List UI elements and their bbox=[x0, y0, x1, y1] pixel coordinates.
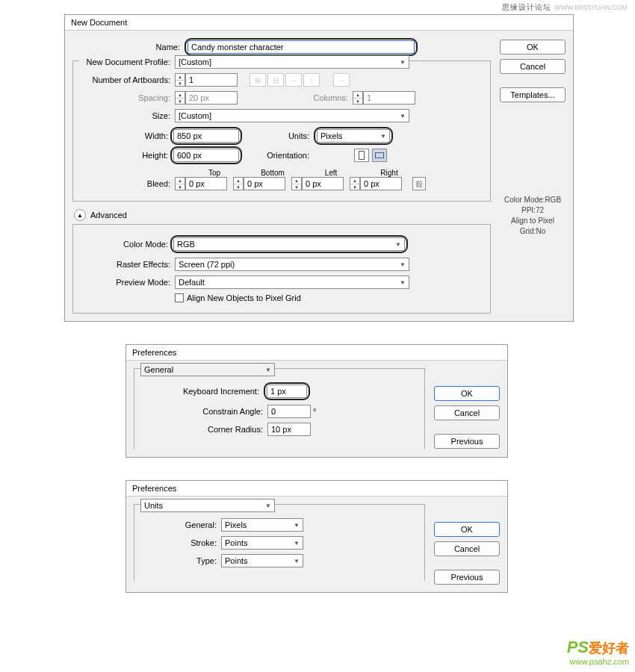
cancel-button[interactable]: Cancel bbox=[434, 405, 500, 420]
raster-select[interactable]: Screen (72 ppi)▼ bbox=[175, 258, 409, 271]
height-highlight bbox=[170, 146, 242, 164]
info-text: Color Mode:RGB PPI:72 Align to Pixel Gri… bbox=[500, 195, 566, 237]
portrait-icon[interactable] bbox=[354, 149, 369, 162]
main-fieldset: New Document Profile: [Custom]▼ Number o… bbox=[72, 60, 491, 202]
preferences-general-dialog: Preferences General▼ Keyboard Increment:… bbox=[126, 344, 508, 458]
height-input[interactable] bbox=[173, 149, 239, 162]
ok-button[interactable]: OK bbox=[434, 522, 500, 537]
width-input[interactable] bbox=[173, 129, 239, 143]
artboards-label: Number of Artboards: bbox=[79, 75, 175, 84]
prefs-fieldset: Units▼ General: Pixels▼ Stroke: Points▼ bbox=[134, 504, 425, 581]
colormode-select[interactable]: RGB▼ bbox=[173, 237, 405, 251]
type-select[interactable]: Points▼ bbox=[221, 554, 303, 567]
name-input[interactable] bbox=[188, 40, 415, 54]
previous-button[interactable]: Previous bbox=[434, 434, 500, 449]
kbd-highlight bbox=[264, 382, 310, 400]
raster-label: Raster Effects: bbox=[79, 260, 175, 269]
height-label: Height: bbox=[79, 151, 173, 160]
ok-button[interactable]: OK bbox=[434, 386, 500, 401]
artboards-stepper[interactable]: ▲▼ bbox=[175, 73, 185, 87]
chevron-down-icon: ▼ bbox=[400, 279, 406, 286]
chevron-down-icon: ▼ bbox=[395, 241, 401, 248]
align-label: Align New Objects to Pixel Grid bbox=[187, 293, 301, 302]
columns-input bbox=[363, 91, 415, 105]
colormode-label: Color Mode: bbox=[79, 240, 173, 249]
bleed-top-input[interactable] bbox=[185, 177, 227, 190]
colormode-highlight: RGB▼ bbox=[170, 235, 408, 253]
left-label: Left bbox=[302, 169, 360, 177]
width-highlight bbox=[170, 127, 242, 145]
prefs-tab-select[interactable]: Units▼ bbox=[140, 499, 275, 512]
chevron-down-icon: ▼ bbox=[294, 522, 300, 529]
cancel-button[interactable]: Cancel bbox=[500, 59, 566, 74]
kbd-input[interactable] bbox=[267, 385, 307, 398]
units-label: Units: bbox=[242, 131, 314, 140]
preview-label: Preview Mode: bbox=[79, 278, 175, 287]
profile-select[interactable]: [Custom]▼ bbox=[175, 55, 409, 69]
bottom-label: Bottom bbox=[244, 169, 302, 177]
bleed-left-stepper[interactable]: ▲▼ bbox=[291, 177, 302, 190]
new-document-dialog: New Document Name: New Document Profile:… bbox=[64, 14, 574, 322]
units-select[interactable]: Pixels▼ bbox=[317, 129, 390, 143]
spacing-input bbox=[185, 91, 238, 105]
bleed-bottom-input[interactable] bbox=[244, 177, 285, 190]
cancel-button[interactable]: Cancel bbox=[434, 541, 500, 556]
ok-button[interactable]: OK bbox=[500, 40, 566, 55]
chevron-down-icon: ▼ bbox=[294, 558, 300, 564]
bleed-left-input[interactable] bbox=[302, 177, 344, 190]
landscape-icon[interactable] bbox=[372, 149, 387, 162]
general-label: General: bbox=[140, 520, 221, 529]
dialog-title: Preferences bbox=[126, 481, 507, 497]
chevron-down-icon: ▼ bbox=[400, 59, 406, 66]
units-highlight: Pixels▼ bbox=[314, 127, 393, 145]
artboards-input[interactable] bbox=[185, 73, 238, 87]
general-select[interactable]: Pixels▼ bbox=[221, 518, 303, 532]
corner-label: Corner Radius: bbox=[140, 425, 267, 434]
advanced-label: Advanced bbox=[90, 211, 127, 220]
chevron-down-icon: ▼ bbox=[400, 261, 406, 268]
chevron-down-icon: ▼ bbox=[380, 133, 386, 140]
direction-icon[interactable]: → bbox=[333, 73, 350, 87]
angle-input[interactable] bbox=[267, 405, 311, 418]
dialog-title: New Document bbox=[65, 15, 573, 31]
spacing-label: Spacing: bbox=[79, 93, 175, 102]
collapse-toggle[interactable]: ▲ bbox=[74, 209, 86, 221]
bleed-label: Bleed: bbox=[79, 179, 175, 188]
columns-label: Columns: bbox=[238, 93, 353, 102]
corner-input[interactable] bbox=[267, 423, 311, 436]
name-label: Name: bbox=[72, 43, 185, 52]
prefs-tab-select[interactable]: General▼ bbox=[140, 363, 275, 376]
bleed-right-input[interactable] bbox=[360, 177, 402, 190]
kbd-label: Keyboard Increment: bbox=[140, 387, 264, 396]
grid-by-row-icon[interactable]: ⊞ bbox=[250, 73, 266, 87]
preview-select[interactable]: Default▼ bbox=[175, 276, 409, 289]
top-label: Top bbox=[185, 169, 244, 177]
bleed-bottom-stepper[interactable]: ▲▼ bbox=[233, 177, 244, 190]
dialog-title: Preferences bbox=[126, 345, 507, 361]
templates-button[interactable]: Templates... bbox=[500, 87, 566, 102]
size-select[interactable]: [Custom]▼ bbox=[175, 109, 409, 122]
size-label: Size: bbox=[79, 111, 175, 120]
grid-by-col-icon[interactable]: ⊟ bbox=[267, 73, 284, 87]
preferences-units-dialog: Preferences Units▼ General: Pixels▼ Stro… bbox=[126, 480, 508, 593]
stroke-select[interactable]: Points▼ bbox=[221, 536, 303, 550]
align-checkbox[interactable] bbox=[175, 293, 184, 302]
arrange-row-icon[interactable]: ↔ bbox=[285, 73, 302, 87]
degree-symbol: ° bbox=[313, 407, 316, 416]
advanced-fieldset: Color Mode: RGB▼ Raster Effects: Screen … bbox=[72, 224, 491, 314]
width-label: Width: bbox=[79, 131, 173, 140]
chevron-down-icon: ▼ bbox=[265, 503, 271, 509]
bleed-right-stepper[interactable]: ▲▼ bbox=[350, 177, 360, 190]
link-bleed-icon[interactable]: ⛓ bbox=[412, 177, 426, 190]
previous-button[interactable]: Previous bbox=[434, 570, 500, 585]
type-label: Type: bbox=[140, 556, 221, 565]
bleed-top-stepper[interactable]: ▲▼ bbox=[175, 177, 185, 190]
orientation-label: Orientation: bbox=[242, 151, 314, 160]
chevron-down-icon: ▼ bbox=[400, 113, 406, 119]
arrange-col-icon[interactable]: ↕ bbox=[303, 73, 320, 87]
name-highlight bbox=[185, 38, 418, 56]
chevron-down-icon: ▼ bbox=[294, 540, 300, 547]
columns-stepper: ▲▼ bbox=[353, 91, 363, 105]
spacing-stepper: ▲▼ bbox=[175, 91, 185, 105]
chevron-down-icon: ▼ bbox=[265, 367, 271, 373]
